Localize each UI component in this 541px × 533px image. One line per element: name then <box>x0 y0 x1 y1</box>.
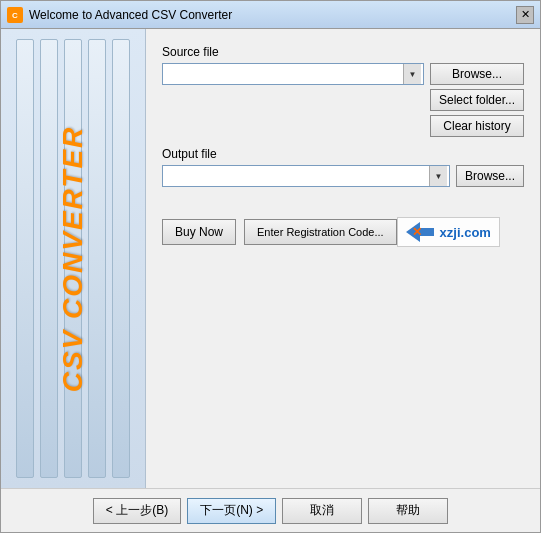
next-button[interactable]: 下一页(N) > <box>187 498 276 524</box>
sidebar-col-1 <box>16 39 34 478</box>
sidebar-col-4 <box>88 39 106 478</box>
source-file-label: Source file <box>162 45 524 59</box>
output-file-group: Output file ▼ Browse... <box>162 147 524 187</box>
sidebar-col-2 <box>40 39 58 478</box>
content-area: CSV CONVERTER Source file ▼ <box>1 29 540 488</box>
bottom-bar: < 上一步(B) 下一页(N) > 取消 帮助 <box>1 488 540 532</box>
register-button[interactable]: Enter Registration Code... <box>244 219 397 245</box>
sidebar-label: CSV CONVERTER <box>57 125 89 392</box>
source-side-buttons: Browse... Select folder... Clear history <box>430 63 524 137</box>
sidebar-col-5 <box>112 39 130 478</box>
action-area: Buy Now Enter Registration Code... ✕ xzj… <box>162 217 524 247</box>
app-icon: C <box>7 7 23 23</box>
output-file-input[interactable] <box>165 166 429 186</box>
main-window: C Welcome to Advanced CSV Converter ✕ CS… <box>0 0 541 533</box>
sidebar: CSV CONVERTER <box>1 29 146 488</box>
clear-history-button[interactable]: Clear history <box>430 115 524 137</box>
cancel-button[interactable]: 取消 <box>282 498 362 524</box>
select-folder-button[interactable]: Select folder... <box>430 89 524 111</box>
watermark-text: xzji.com <box>440 225 491 240</box>
watermark-overlay: ✕ xzji.com <box>397 217 500 247</box>
window-title: Welcome to Advanced CSV Converter <box>29 8 516 22</box>
svg-text:C: C <box>12 11 18 20</box>
watermark-icon: ✕ <box>406 222 434 242</box>
source-file-group: Source file ▼ Browse... Select folder...… <box>162 45 524 137</box>
main-panel: Source file ▼ Browse... Select folder...… <box>146 29 540 488</box>
output-file-label: Output file <box>162 147 524 161</box>
source-file-row: ▼ Browse... Select folder... Clear histo… <box>162 63 524 137</box>
svg-marker-2 <box>406 222 434 242</box>
title-bar: C Welcome to Advanced CSV Converter ✕ <box>1 1 540 29</box>
output-file-dropdown-arrow[interactable]: ▼ <box>429 166 447 186</box>
window-body: CSV CONVERTER Source file ▼ <box>1 29 540 532</box>
output-file-row: ▼ Browse... <box>162 165 524 187</box>
output-file-combo[interactable]: ▼ <box>162 165 450 187</box>
source-file-input[interactable] <box>165 64 403 84</box>
source-browse-button[interactable]: Browse... <box>430 63 524 85</box>
back-button[interactable]: < 上一步(B) <box>93 498 181 524</box>
source-file-combo[interactable]: ▼ <box>162 63 424 85</box>
close-button[interactable]: ✕ <box>516 6 534 24</box>
buy-now-button[interactable]: Buy Now <box>162 219 236 245</box>
output-browse-button[interactable]: Browse... <box>456 165 524 187</box>
watermark-box: ✕ xzji.com <box>397 217 500 247</box>
help-button[interactable]: 帮助 <box>368 498 448 524</box>
svg-text:✕: ✕ <box>412 225 422 239</box>
source-combo-wrap: ▼ <box>162 63 424 85</box>
source-file-dropdown-arrow[interactable]: ▼ <box>403 64 421 84</box>
